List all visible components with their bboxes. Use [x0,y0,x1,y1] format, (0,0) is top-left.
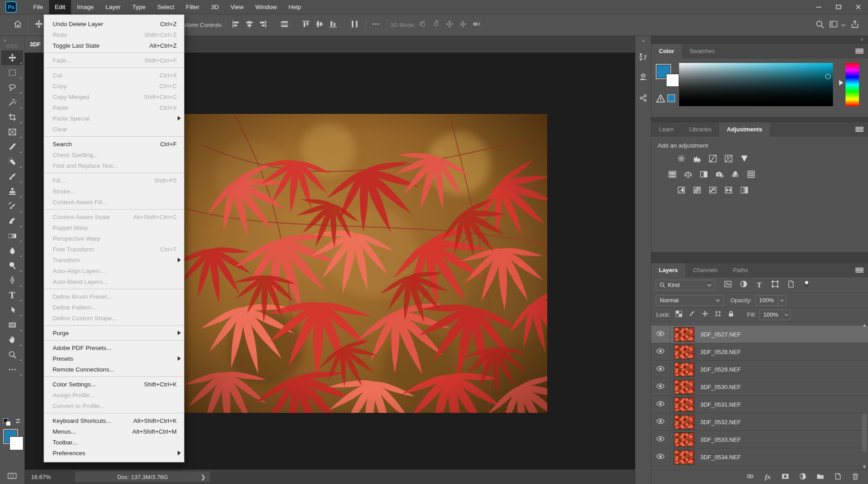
menubar-item-help[interactable]: Help [282,0,307,14]
pen-tool[interactable] [1,273,23,288]
menu-item-redo[interactable]: RedoShift+Ctrl+Z [44,29,184,40]
tab-learn[interactable]: Learn [651,122,681,137]
layer-thumbnail[interactable] [674,450,694,465]
menubar-item-select[interactable]: Select [152,0,180,14]
hue-slider[interactable] [846,63,859,106]
layer-thumbnail[interactable] [674,380,694,394]
tab-layers[interactable]: Layers [651,263,685,278]
menu-item-fill[interactable]: Fill...Shift+F5 [44,175,184,186]
eraser-tool[interactable] [1,214,23,229]
toolbar-collapse-icon[interactable]: » [0,36,24,43]
blur-tool[interactable] [1,243,23,258]
lock-transparency-icon[interactable] [674,311,683,319]
layer-row-3df-0533-nef[interactable]: 3DF_0533.NEF [651,431,868,448]
hue-saturation-icon[interactable] [667,170,677,179]
layer-thumbnail[interactable] [674,415,694,430]
closest-web-color-swatch[interactable] [667,94,675,102]
menu-item-undo-delete-layer[interactable]: Undo Delete LayerCtrl+Z [44,18,184,29]
menu-item-auto-align-layers[interactable]: Auto-Align Layers... [44,265,184,276]
3d-camera-icon[interactable] [470,18,483,32]
fill-field[interactable]: 100% [759,309,790,320]
new-group-icon[interactable] [816,473,825,482]
menubar-item-edit[interactable]: Edit [49,0,71,14]
menu-item-color-settings[interactable]: Color Settings...Shift+Ctrl+K [44,379,184,390]
layer-visibility-toggle[interactable] [651,361,670,378]
zoom-tool[interactable] [1,347,23,362]
menu-item-toolbar[interactable]: Toolbar... [44,437,184,448]
opacity-field[interactable]: 100% [755,295,786,306]
zoom-level-field[interactable]: 16.67% [25,474,57,480]
swap-colors-icon[interactable] [14,417,22,425]
filter-shape-layers-icon[interactable] [770,280,780,290]
filter-type-layers-icon[interactable]: T [754,280,765,290]
clone-stamp-tool[interactable] [1,184,23,199]
layer-visibility-toggle[interactable] [651,431,670,448]
quick-mask-button[interactable] [1,469,23,483]
status-chevron-icon[interactable]: ❯ [201,474,206,480]
menu-item-convert-to-profile[interactable]: Convert to Profile... [44,400,184,411]
move-tool[interactable] [1,50,23,65]
menu-item-free-transform[interactable]: Free TransformCtrl+T [44,244,184,255]
layers-scrollbar[interactable]: ▲ ▼ [861,322,868,470]
search-icon[interactable] [813,18,827,32]
posterize-icon[interactable] [692,186,702,195]
collapsed-properties-panel-icon[interactable] [637,72,649,85]
spot-healing-brush-tool[interactable] [1,154,23,169]
history-brush-tool[interactable] [1,199,23,214]
channel-mixer-icon[interactable] [730,170,740,179]
color-field-cursor[interactable] [825,74,831,79]
menu-item-find-and-replace-text[interactable]: Find and Replace Text... [44,160,184,171]
default-colors-icon[interactable] [3,418,11,426]
align-bottom-edges-icon[interactable] [327,18,340,32]
menu-item-define-pattern[interactable]: Define Pattern... [44,302,184,313]
gradient-map-icon[interactable] [739,186,749,195]
layer-row-3df-0532-nef[interactable]: 3DF_0532.NEF [651,413,868,431]
menubar-item-view[interactable]: View [224,0,249,14]
3d-drag-icon[interactable] [443,18,456,32]
menu-item-transform[interactable]: Transform [44,255,184,265]
vibrance-icon[interactable] [739,155,749,164]
dodge-tool[interactable] [1,258,23,273]
tab-color[interactable]: Color [651,44,682,58]
layer-row-3df-0530-nef[interactable]: 3DF_0530.NEF [651,378,868,396]
layer-row-3df-0529-nef[interactable]: 3DF_0529.NEF [651,361,868,378]
align-vertical-centers-icon[interactable] [313,18,327,32]
lasso-tool[interactable] [1,80,23,95]
distribute-horizontal-centers-icon[interactable] [348,18,362,32]
menu-item-content-aware-fill[interactable]: Content-Aware Fill... [44,197,184,207]
brush-tool[interactable] [1,169,23,184]
crop-tool[interactable] [1,110,23,125]
background-color-swatch[interactable] [9,436,23,450]
menu-item-puppet-warp[interactable]: Puppet Warp [44,222,184,233]
tab-swatches[interactable]: Swatches [682,44,722,58]
menu-item-cut[interactable]: CutCtrl+X [44,70,184,81]
menu-item-keyboard-shortcuts[interactable]: Keyboard Shortcuts...Alt+Shift+Ctrl+K [44,415,184,426]
menu-item-paste[interactable]: PasteCtrl+V [44,102,184,113]
layer-thumbnail[interactable] [674,327,694,342]
3d-roll-icon[interactable] [429,18,443,32]
menubar-item-file[interactable]: File [27,0,49,14]
panel-menu-icon[interactable] [855,268,864,273]
filter-smart-objects-icon[interactable] [785,280,796,290]
layer-thumbnail[interactable] [674,362,694,377]
scrollbar-thumb[interactable] [862,413,867,452]
more-align-options-icon[interactable] [369,18,383,32]
lock-all-icon[interactable] [726,311,735,319]
collapse-dock-icon[interactable]: » [860,37,863,42]
layer-visibility-toggle[interactable] [651,413,670,430]
collapsed-history-panel-icon[interactable] [637,51,649,64]
share-icon[interactable] [848,18,862,32]
align-horizontal-centers-icon[interactable] [243,18,256,32]
minimize-button[interactable] [809,0,828,14]
workspace-chevron-icon[interactable] [841,23,846,27]
align-top-edges-icon[interactable] [300,18,313,32]
layer-visibility-toggle[interactable] [651,378,670,395]
rectangle-tool[interactable] [1,318,23,332]
new-layer-icon[interactable] [833,473,842,482]
object-selection-tool[interactable] [1,95,23,110]
menu-item-stroke[interactable]: Stroke... [44,186,184,197]
blend-mode-dropdown[interactable]: Normal [656,295,724,306]
menu-item-copy[interactable]: CopyCtrl+C [44,81,184,91]
tab-channels[interactable]: Channels [685,263,725,278]
exposure-icon[interactable] [724,155,734,164]
